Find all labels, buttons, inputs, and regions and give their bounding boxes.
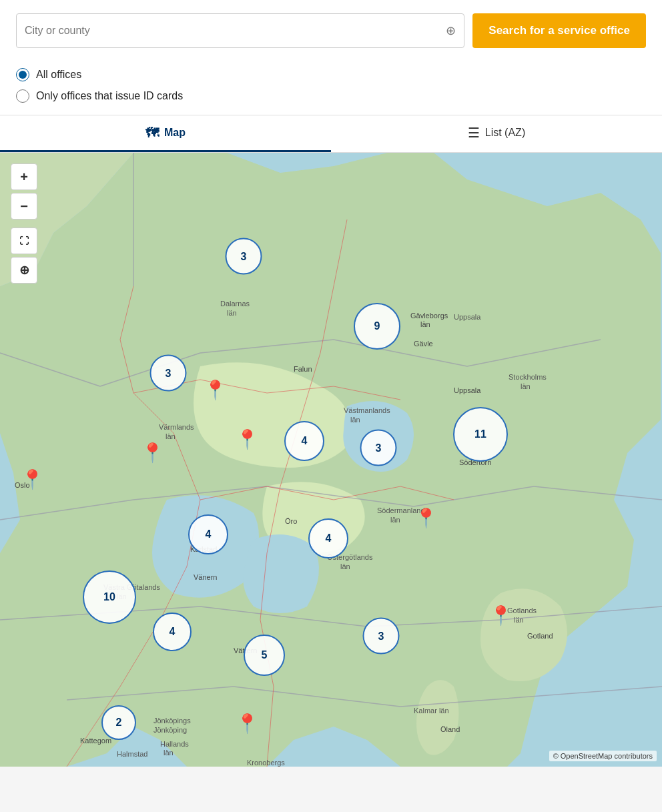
- svg-text:Gävleborgs: Gävleborgs: [410, 312, 448, 320]
- osm-attribution: © OpenStreetMap contributors: [549, 751, 657, 761]
- tabs-row: 🗺 Map ☰ List (AZ): [0, 115, 662, 152]
- svg-text:Gotland: Gotland: [527, 632, 553, 640]
- map-pin-5[interactable]: 📍: [414, 509, 438, 528]
- map-pin-4[interactable]: 📍: [21, 470, 44, 489]
- tab-list[interactable]: ☰ List (AZ): [331, 115, 662, 152]
- svg-text:län: län: [166, 432, 176, 440]
- svg-text:län: län: [514, 616, 524, 624]
- svg-text:Kattegom: Kattegom: [80, 737, 111, 745]
- svg-text:Halmstad: Halmstad: [117, 750, 147, 758]
- tab-list-label: List (AZ): [485, 127, 525, 139]
- tab-map-label: Map: [164, 127, 186, 139]
- svg-text:Dalarnas: Dalarnas: [220, 300, 250, 308]
- map-pin-3[interactable]: 📍: [141, 444, 164, 462]
- svg-text:Öland: Öland: [440, 725, 460, 733]
- map-icon: 🗺: [145, 125, 159, 141]
- top-section: ⊕ Search for a service office All office…: [0, 0, 662, 153]
- svg-text:Falun: Falun: [294, 365, 312, 373]
- radio-all-offices[interactable]: All offices: [16, 68, 646, 81]
- map-pin-6[interactable]: 📍: [489, 606, 513, 625]
- svg-text:län: län: [350, 416, 360, 424]
- cluster-3-center[interactable]: 3: [360, 430, 397, 466]
- search-row: ⊕ Search for a service office: [16, 13, 646, 48]
- svg-text:län: län: [521, 382, 531, 390]
- svg-text:län: län: [340, 562, 350, 570]
- svg-text:län: län: [227, 309, 237, 317]
- map-container[interactable]: Dalarnas län Värmlands län Västmanlands …: [0, 153, 662, 767]
- radio-all-offices-label: All offices: [36, 69, 81, 81]
- svg-text:Västmanlands: Västmanlands: [344, 406, 390, 414]
- map-pin-2[interactable]: 📍: [236, 430, 259, 449]
- svg-text:Uppsala: Uppsala: [454, 313, 481, 321]
- radio-group: All offices Only offices that issue ID c…: [16, 60, 646, 115]
- cluster-4-center[interactable]: 4: [284, 421, 324, 461]
- svg-text:Hallands: Hallands: [160, 740, 189, 748]
- svg-text:län: län: [390, 516, 400, 524]
- map-pin-7[interactable]: 📍: [236, 715, 259, 733]
- cluster-9[interactable]: 9: [354, 303, 400, 350]
- svg-text:Kronobergs: Kronobergs: [247, 759, 285, 767]
- search-input[interactable]: [25, 25, 446, 37]
- tab-map[interactable]: 🗺 Map: [0, 115, 331, 152]
- cluster-10[interactable]: 10: [83, 570, 136, 624]
- locate-button[interactable]: ⊕: [11, 257, 37, 284]
- zoom-out-button[interactable]: −: [11, 193, 37, 220]
- svg-text:Stockholms: Stockholms: [509, 373, 547, 381]
- map-pin-1[interactable]: 📍: [204, 381, 227, 400]
- svg-text:Kalmar län: Kalmar län: [414, 707, 449, 715]
- search-input-wrapper[interactable]: ⊕: [16, 13, 464, 48]
- radio-id-cards-input[interactable]: [16, 89, 29, 103]
- svg-text:län: län: [420, 320, 430, 328]
- map-controls: + − ⛶ ⊕: [11, 163, 37, 284]
- location-icon[interactable]: ⊕: [446, 23, 456, 38]
- cluster-5[interactable]: 5: [244, 635, 285, 676]
- map-background: Dalarnas län Värmlands län Västmanlands …: [0, 153, 662, 767]
- zoom-in-button[interactable]: +: [11, 163, 37, 190]
- radio-id-cards[interactable]: Only offices that issue ID cards: [16, 89, 646, 103]
- search-button[interactable]: Search for a service office: [472, 13, 646, 48]
- radio-id-cards-label: Only offices that issue ID cards: [36, 90, 183, 102]
- cluster-4-west[interactable]: 4: [188, 514, 228, 554]
- svg-text:Öro: Öro: [285, 517, 297, 525]
- cluster-2[interactable]: 2: [101, 705, 136, 740]
- cluster-4-sw[interactable]: 4: [153, 613, 192, 651]
- svg-text:Uppsala: Uppsala: [454, 386, 481, 394]
- cluster-11[interactable]: 11: [453, 407, 508, 462]
- svg-text:Vänern: Vänern: [194, 573, 217, 581]
- cluster-3-south[interactable]: 3: [363, 618, 400, 655]
- svg-text:län: län: [163, 749, 174, 757]
- svg-text:Gävle: Gävle: [414, 340, 433, 348]
- cluster-4-mid[interactable]: 4: [308, 518, 348, 558]
- list-icon: ☰: [468, 125, 480, 141]
- cluster-3-west[interactable]: 3: [150, 355, 187, 392]
- svg-text:Jönköping: Jönköping: [153, 726, 187, 734]
- radio-all-offices-input[interactable]: [16, 68, 29, 81]
- svg-text:Värmlands: Värmlands: [159, 423, 194, 431]
- cluster-3-north[interactable]: 3: [226, 238, 262, 275]
- fullscreen-button[interactable]: ⛶: [11, 228, 37, 254]
- svg-text:Jönköpings: Jönköpings: [153, 717, 191, 725]
